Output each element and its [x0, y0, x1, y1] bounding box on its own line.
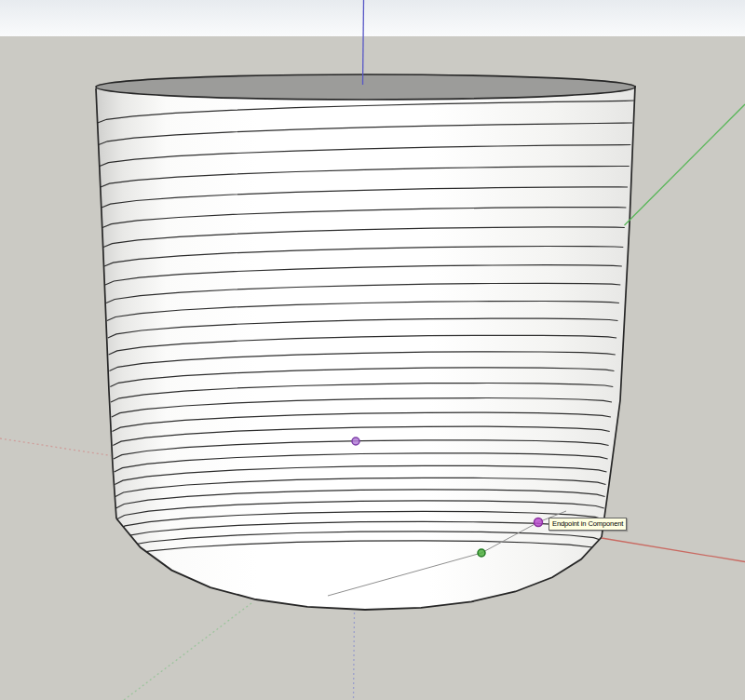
- cylinder-top-face: [96, 74, 635, 100]
- blue-axis-line: [363, 0, 364, 85]
- green-axis-negative-dotted: [124, 603, 251, 700]
- red-axis-negative-dotted: [0, 438, 111, 456]
- inference-tooltip: Endpoint in Component: [549, 518, 627, 531]
- blue-axis-negative-dotted: [354, 612, 355, 700]
- inference-point-green: [478, 549, 485, 557]
- red-axis-line: [602, 538, 745, 562]
- 3d-viewport[interactable]: Endpoint in Component: [0, 0, 745, 700]
- inference-point-magenta: [535, 518, 543, 527]
- inference-point-violet: [352, 438, 359, 445]
- model-canvas: [0, 0, 745, 700]
- green-axis-line: [625, 104, 745, 225]
